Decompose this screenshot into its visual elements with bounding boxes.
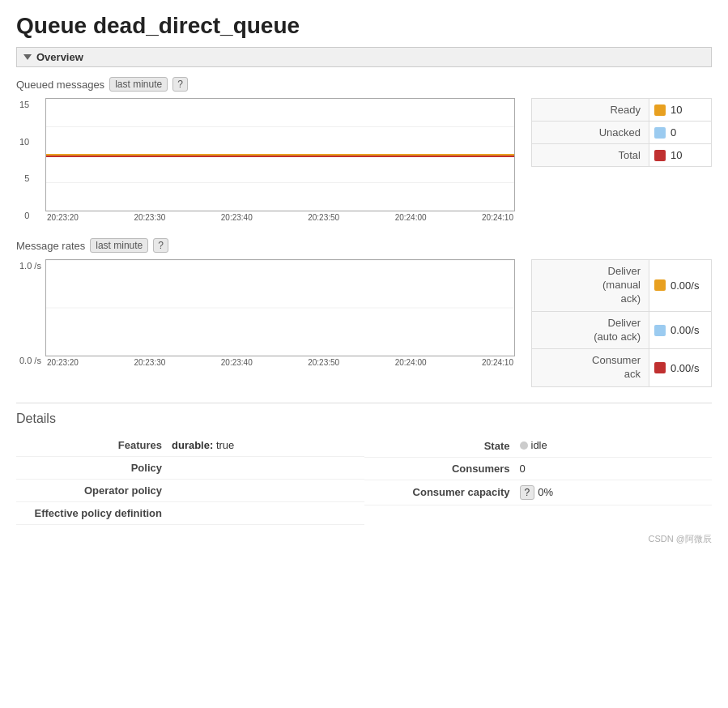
legend-deliver-manual-label: Deliver(manualack) bbox=[532, 260, 649, 311]
legend-deliver-auto-row: Deliver(auto ack) 0.00/s bbox=[531, 311, 712, 350]
detail-state-key: State bbox=[364, 440, 510, 452]
queued-messages-y-labels: 15 10 5 0 bbox=[19, 98, 29, 222]
legend-deliver-auto-color bbox=[654, 325, 666, 336]
message-rates-label: Message rates bbox=[16, 240, 85, 252]
legend-unacked-value: 0 bbox=[671, 126, 711, 139]
detail-features-key: Features bbox=[16, 439, 162, 451]
message-rates-y-labels: 1.0 /s 0.0 /s bbox=[19, 259, 41, 367]
legend-deliver-auto-label: Deliver(auto ack) bbox=[532, 312, 649, 349]
legend-consumer-ack-color bbox=[654, 362, 666, 373]
detail-features-row: Features durable: true bbox=[16, 434, 364, 457]
legend-unacked-label: Unacked bbox=[532, 122, 649, 143]
legend-deliver-auto-value: 0.00/s bbox=[671, 324, 711, 336]
legend-ready-value: 10 bbox=[671, 104, 711, 116]
legend-total-value: 10 bbox=[671, 149, 711, 161]
collapse-icon[interactable] bbox=[23, 54, 32, 60]
legend-consumer-ack-value: 0.00/s bbox=[671, 362, 711, 374]
legend-deliver-manual-value: 0.00/s bbox=[671, 279, 711, 292]
legend-unacked-color bbox=[654, 127, 666, 139]
legend-ready-color bbox=[654, 104, 666, 116]
detail-state-val: idle bbox=[520, 439, 547, 452]
consumer-capacity-value: 0% bbox=[538, 486, 553, 498]
queued-messages-help[interactable]: ? bbox=[172, 77, 188, 92]
legend-consumer-ack-label: Consumerack bbox=[532, 349, 649, 386]
legend-total-color bbox=[654, 150, 666, 161]
detail-consumers-key: Consumers bbox=[364, 463, 510, 475]
page-title: Queue dead_direct_queue bbox=[16, 13, 712, 39]
queued-messages-chart-row: 15 10 5 0 bbox=[16, 98, 712, 222]
message-rates-help[interactable]: ? bbox=[153, 238, 168, 253]
queued-messages-label: Queued messages bbox=[16, 79, 104, 91]
queued-messages-chart-wrapper: 15 10 5 0 bbox=[45, 98, 515, 222]
detail-consumers-val: 0 bbox=[520, 463, 526, 475]
details-section: Details Features durable: true Policy Op… bbox=[16, 403, 712, 525]
state-indicator: idle bbox=[520, 439, 547, 451]
detail-consumer-capacity-val: ? 0% bbox=[520, 485, 553, 500]
message-rates-x-labels: 20:23:20 20:23:30 20:23:40 20:23:50 20:2… bbox=[45, 358, 515, 367]
consumer-capacity-help[interactable]: ? bbox=[520, 485, 535, 500]
legend-total-row: Total 10 bbox=[531, 143, 712, 167]
message-rates-svg bbox=[46, 260, 514, 356]
watermark: CSDN @阿微辰 bbox=[16, 533, 712, 545]
legend-deliver-manual-row: Deliver(manualack) 0.00/s bbox=[531, 259, 712, 312]
message-rates-badge[interactable]: last minute bbox=[90, 238, 148, 253]
queued-messages-svg bbox=[46, 99, 514, 211]
message-rates-chart-box bbox=[45, 259, 515, 356]
overview-label: Overview bbox=[36, 51, 83, 63]
details-title: Details bbox=[16, 403, 712, 426]
detail-operator-policy-key: Operator policy bbox=[16, 484, 162, 497]
queued-messages-chart-box bbox=[45, 98, 515, 211]
detail-consumer-capacity-row: Consumer capacity ? 0% bbox=[364, 480, 713, 505]
message-rates-legend: Deliver(manualack) 0.00/s Deliver(auto a… bbox=[531, 259, 712, 386]
message-rates-chart-row: 1.0 /s 0.0 /s 20:23:20 20:23:30 20:23:40… bbox=[16, 259, 712, 386]
message-rates-chart-wrapper: 1.0 /s 0.0 /s 20:23:20 20:23:30 20:23:40… bbox=[45, 259, 515, 367]
detail-effective-policy-key: Effective policy definition bbox=[16, 507, 162, 519]
detail-features-val: durable: true bbox=[172, 439, 234, 451]
message-rates-chart-area: 1.0 /s 0.0 /s 20:23:20 20:23:30 20:23:40… bbox=[16, 259, 515, 367]
queued-messages-chart-area: 15 10 5 0 bbox=[16, 98, 515, 222]
state-dot bbox=[520, 441, 528, 450]
legend-unacked-row: Unacked 0 bbox=[531, 121, 712, 144]
legend-ready-label: Ready bbox=[532, 99, 649, 121]
details-right: State idle Consumers 0 Consumer capacity… bbox=[364, 434, 713, 525]
detail-policy-row: Policy bbox=[16, 457, 364, 480]
queued-messages-legend: Ready 10 Unacked 0 Total 10 bbox=[531, 98, 712, 166]
details-left: Features durable: true Policy Operator p… bbox=[16, 434, 364, 525]
legend-ready-row: Ready 10 bbox=[531, 98, 712, 122]
detail-state-row: State idle bbox=[364, 434, 713, 458]
queued-messages-x-labels: 20:23:20 20:23:30 20:23:40 20:23:50 20:2… bbox=[45, 213, 515, 222]
state-text: idle bbox=[531, 439, 547, 451]
detail-consumers-row: Consumers 0 bbox=[364, 458, 713, 480]
detail-operator-policy-row: Operator policy bbox=[16, 480, 364, 502]
detail-effective-policy-row: Effective policy definition bbox=[16, 502, 364, 525]
queued-messages-label-row: Queued messages last minute ? bbox=[16, 77, 712, 92]
overview-header: Overview bbox=[16, 47, 712, 67]
legend-consumer-ack-row: Consumerack 0.00/s bbox=[531, 348, 712, 387]
legend-total-label: Total bbox=[532, 144, 649, 166]
legend-deliver-manual-color bbox=[654, 279, 666, 291]
details-grid: Features durable: true Policy Operator p… bbox=[16, 434, 712, 525]
detail-policy-key: Policy bbox=[16, 462, 162, 474]
message-rates-label-row: Message rates last minute ? bbox=[16, 238, 712, 253]
queued-messages-badge[interactable]: last minute bbox=[109, 77, 168, 92]
detail-consumer-capacity-key: Consumer capacity bbox=[364, 486, 510, 498]
